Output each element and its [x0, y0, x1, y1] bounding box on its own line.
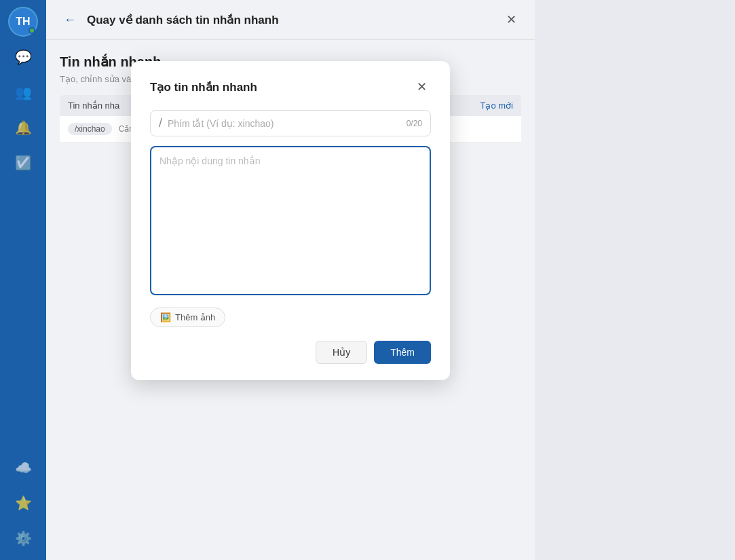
create-modal-title: Tạo tin nhắn nhanh	[150, 80, 257, 94]
slash-icon: /	[159, 116, 162, 130]
sidebar: TH 💬 👥 🔔 ☑️ ☁️ ⭐ ⚙️	[0, 0, 46, 560]
message-textarea[interactable]	[150, 146, 431, 295]
quick-msg-panel-title: Quay về danh sách tin nhắn nhanh	[87, 13, 494, 27]
sidebar-item-cloud[interactable]: ☁️	[8, 453, 38, 483]
app-container: TH 💬 👥 🔔 ☑️ ☁️ ⭐ ⚙️ ← Quay về danh sách …	[0, 0, 735, 560]
shortcut-tag: /xinchao	[68, 123, 112, 135]
sidebar-item-favorites[interactable]: ⭐	[8, 488, 38, 518]
sidebar-item-contacts[interactable]: 👥	[8, 77, 38, 107]
shortcut-input[interactable]	[168, 118, 401, 129]
add-image-label: Thêm ảnh	[175, 312, 215, 322]
shortcut-counter: 0/20	[407, 119, 422, 128]
sidebar-item-tasks[interactable]: ☑️	[8, 148, 38, 178]
sidebar-item-notifications[interactable]: 🔔	[8, 113, 38, 143]
add-button[interactable]: Thêm	[374, 341, 431, 364]
tao-moi-button[interactable]: Tạo mới	[480, 100, 514, 111]
sidebar-item-settings[interactable]: ⚙️	[8, 523, 38, 553]
cancel-button[interactable]: Hủy	[316, 341, 367, 364]
create-modal-close-button[interactable]: ✕	[412, 77, 431, 96]
back-button[interactable]: ←	[60, 10, 80, 30]
create-modal: Tạo tin nhắn nhanh ✕ / 0/20 🖼️ Thêm ảnh …	[131, 61, 450, 380]
create-modal-header: Tạo tin nhắn nhanh ✕	[150, 77, 431, 96]
quick-msg-header: ← Quay về danh sách tin nhắn nhanh ✕	[46, 0, 535, 40]
quick-msg-panel: ← Quay về danh sách tin nhắn nhanh ✕ Tin…	[46, 0, 535, 560]
image-icon: 🖼️	[160, 312, 171, 322]
user-avatar[interactable]: TH	[8, 7, 38, 37]
add-image-button[interactable]: 🖼️ Thêm ảnh	[150, 307, 225, 327]
modal-actions: Hủy Thêm	[150, 341, 431, 364]
online-indicator	[29, 27, 35, 34]
close-panel-button[interactable]: ✕	[501, 10, 521, 30]
shortcut-input-row: / 0/20	[150, 110, 431, 136]
sidebar-item-chat[interactable]: 💬	[8, 42, 38, 72]
